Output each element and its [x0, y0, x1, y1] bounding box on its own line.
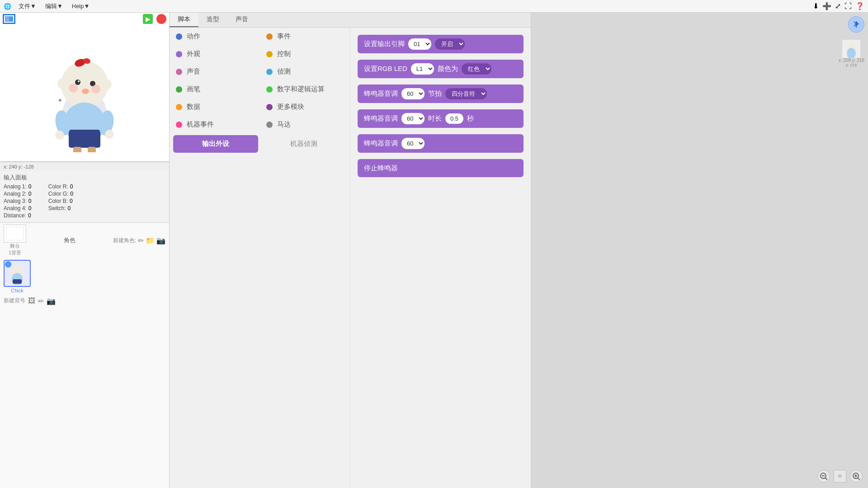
- sprites-list: i Chick: [0, 258, 169, 295]
- green-flag-button[interactable]: ▶: [143, 14, 153, 24]
- svg-point-11: [82, 89, 89, 94]
- colorb-label: Color B:: [48, 198, 68, 204]
- block-duration-value: 0.5: [445, 113, 463, 124]
- camera-backdrop-icon[interactable]: 📷: [47, 297, 56, 305]
- cat-machine-detect[interactable]: 机器侦测: [262, 135, 347, 153]
- block-rhythm-label: 节拍: [428, 89, 442, 98]
- sprite-chick[interactable]: i Chick: [4, 260, 31, 293]
- chick-character: ✦: [44, 35, 125, 152]
- svg-line-35: [858, 478, 860, 480]
- svg-rect-23: [6, 227, 24, 240]
- stage-coords: x: 240 y: -128: [4, 164, 34, 169]
- svg-point-28: [847, 48, 856, 58]
- svg-point-12: [57, 78, 68, 89]
- colorr-label: Color R:: [48, 183, 68, 190]
- tab-script[interactable]: 脚本: [170, 13, 198, 27]
- block-buzzer-tone[interactable]: 蜂鸣器音调 60: [358, 134, 524, 153]
- cat-action[interactable]: 动作: [170, 28, 260, 45]
- tab-costume[interactable]: 造型: [198, 13, 227, 27]
- analog3-value: 0: [28, 198, 34, 204]
- cat-math[interactable]: 数字和逻辑运算: [260, 80, 350, 98]
- sprites-area: 舞台 1背景 角色 新建角色: ✏ 📁 📷 i: [0, 223, 169, 488]
- cat-pen[interactable]: 画笔: [170, 80, 260, 98]
- cat-data[interactable]: 数据: [170, 98, 260, 116]
- zoom-in-button[interactable]: [850, 470, 863, 483]
- block-sec-label: 秒: [467, 114, 474, 123]
- svg-text:✦: ✦: [57, 97, 63, 104]
- paint-backdrop-icon[interactable]: 🖼: [28, 297, 35, 305]
- svg-point-8: [78, 80, 80, 82]
- block-buzzer-duration[interactable]: 蜂鸣器音调 60 时长 0.5 秒: [358, 109, 524, 128]
- block-pin-select[interactable]: 01: [408, 38, 431, 50]
- block-buzzer-duration-label: 蜂鸣器音调: [364, 114, 398, 123]
- tabs: 脚本 造型 声音: [170, 13, 531, 28]
- block-set-output-pin[interactable]: 设置输出引脚 01 开启: [358, 35, 524, 53]
- help-icon[interactable]: ❓: [855, 2, 864, 10]
- menu-edit[interactable]: 编辑▼: [43, 2, 65, 10]
- analog1-label: Analog 1:: [4, 183, 27, 190]
- switch-value: 0: [67, 205, 73, 211]
- mini-sprite-panel: x: 209 y: 216 y: 216: [839, 40, 864, 67]
- colorr-value: 0: [70, 183, 75, 190]
- cat-motor[interactable]: 马达: [260, 116, 350, 133]
- block-buzzer-beat-tone[interactable]: 60: [401, 88, 425, 99]
- cat-detect[interactable]: 侦测: [260, 63, 350, 80]
- mini-sprite-coords: x: 209 y: 216 y: 216: [839, 58, 864, 67]
- svg-point-9: [69, 84, 78, 93]
- bottom-toolbar: =: [817, 470, 863, 483]
- svg-point-10: [91, 84, 100, 94]
- block-buzzer-tone-label: 蜂鸣器音调: [364, 139, 398, 148]
- cat-machine-event[interactable]: 机器事件: [170, 116, 260, 133]
- block-color-select[interactable]: 红色: [462, 63, 491, 75]
- block-led-pin-select[interactable]: L1: [411, 63, 434, 75]
- svg-point-13: [101, 79, 112, 90]
- fullscreen-icon[interactable]: ⤢: [835, 2, 841, 10]
- cat-appearance[interactable]: 外观: [170, 45, 260, 63]
- block-rhythm-select[interactable]: 四分音符: [445, 88, 487, 99]
- bluetooth-button[interactable]: [848, 16, 864, 33]
- center-panel: 脚本 造型 声音 动作 事件: [170, 13, 531, 488]
- file-sprite-icon[interactable]: 📁: [146, 236, 155, 245]
- cat-output[interactable]: 输出外设: [173, 135, 258, 153]
- block-buzzer-beat[interactable]: 蜂鸣器音调 60 节拍 四分音符: [358, 84, 524, 103]
- menu-file[interactable]: 文件▼: [17, 2, 38, 10]
- menu-help[interactable]: Help▼: [70, 3, 92, 9]
- cat-sound[interactable]: 声音: [170, 63, 260, 80]
- switch-label: Switch:: [48, 205, 66, 211]
- new-sprite-label: 新建角色:: [113, 237, 136, 244]
- stage-canvas: ✦: [0, 13, 169, 161]
- block-set-output-pin-label: 设置输出引脚: [364, 40, 405, 48]
- new-backdrop-label: 新建背号: [4, 297, 25, 305]
- block-buzzer-beat-label: 蜂鸣器音调: [364, 89, 398, 98]
- cat-event[interactable]: 事件: [260, 28, 350, 45]
- add-icon[interactable]: ➕: [822, 2, 831, 10]
- zoom-equals[interactable]: =: [834, 470, 846, 483]
- analog2-label: Analog 2:: [4, 191, 27, 197]
- camera-sprite-icon[interactable]: 📷: [156, 236, 165, 245]
- coords-bar: x: 240 y: -128: [0, 162, 169, 171]
- svg-rect-20: [73, 147, 81, 152]
- block-stop-buzzer[interactable]: 停止蜂鸣器: [358, 159, 524, 177]
- colorb-value: 0: [70, 198, 75, 204]
- block-state-select[interactable]: 开启: [435, 38, 465, 50]
- block-set-rgb-led[interactable]: 设置RGB LED L1 颜色为 红色: [358, 60, 524, 78]
- stage-toolbar: ▶: [0, 13, 169, 25]
- stage-label: 舞台 1背景: [9, 243, 21, 256]
- analog1-value: 0: [28, 183, 34, 190]
- sprite-chick-thumb: i: [4, 260, 31, 287]
- grid-icon[interactable]: ⛶: [844, 2, 852, 10]
- paint-sprite-icon[interactable]: ✏: [138, 236, 144, 245]
- red-stop-button[interactable]: [156, 14, 166, 24]
- stage: ▶: [0, 13, 169, 162]
- block-buzzer-tone-select[interactable]: 60: [401, 138, 425, 149]
- tab-sound[interactable]: 声音: [227, 13, 256, 27]
- download-icon[interactable]: ⬇: [813, 2, 819, 10]
- cat-control[interactable]: 控制: [260, 45, 350, 63]
- distance-label: Distance:: [4, 212, 26, 219]
- zoom-out-button[interactable]: [817, 470, 830, 483]
- stage-item[interactable]: 舞台 1背景: [4, 225, 26, 256]
- block-buzzer-duration-tone[interactable]: 60: [401, 113, 425, 124]
- file-backdrop-icon[interactable]: ✏: [38, 297, 44, 305]
- svg-rect-26: [13, 279, 22, 284]
- cat-more[interactable]: 更多模块: [260, 98, 350, 116]
